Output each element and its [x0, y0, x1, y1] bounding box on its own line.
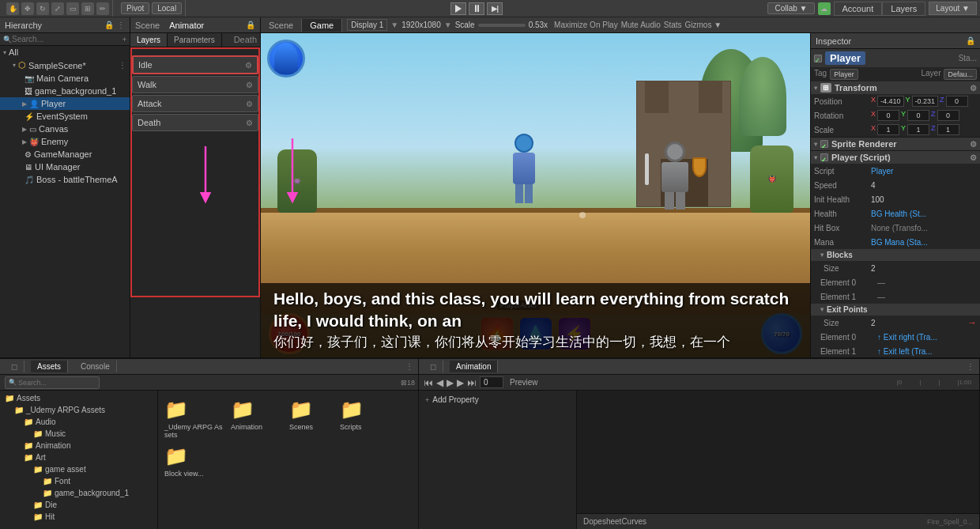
layout-button[interactable]: Layout ▼: [929, 2, 977, 15]
edit-icon[interactable]: ✏: [96, 2, 109, 15]
mute-audio[interactable]: Mute Audio: [621, 21, 661, 29]
death-gear[interactable]: ⚙: [246, 119, 253, 127]
folder-audio[interactable]: 📁 Audio: [2, 416, 156, 428]
player-script-header[interactable]: ▾ Player (Script) ⚙: [811, 151, 980, 164]
hier-eventsystem[interactable]: ⚡ EventSystem: [0, 110, 130, 123]
assets-tab[interactable]: Assets: [31, 361, 68, 372]
scale-slider[interactable]: [478, 24, 526, 27]
inspector-lock[interactable]: 🔒: [966, 36, 975, 45]
pivot-button[interactable]: Pivot: [121, 2, 149, 14]
game-view-tab[interactable]: Game: [302, 19, 342, 32]
sprite-renderer-checkbox[interactable]: [820, 140, 828, 148]
cloud-icon[interactable]: ☁: [818, 2, 831, 15]
layers-button[interactable]: Layers: [882, 2, 925, 16]
hier-canvas[interactable]: ▶ ▭ Canvas: [0, 123, 130, 135]
file-scenes[interactable]: 📁 Scenes: [289, 397, 337, 440]
hier-enemy[interactable]: ▶ 👹 Enemy: [0, 135, 130, 148]
folder-font[interactable]: 📁 Font: [2, 475, 156, 487]
console-tab[interactable]: Console: [74, 361, 117, 372]
scene-tab[interactable]: Scene: [135, 21, 160, 30]
animator-death-tab[interactable]: Death: [231, 33, 260, 47]
curves-btn[interactable]: Curves: [621, 517, 646, 526]
sc-y[interactable]: 1: [907, 124, 929, 135]
hierarchy-all[interactable]: ▾ All: [0, 46, 130, 59]
step-button[interactable]: ▶|: [487, 2, 503, 15]
anim-next-frame[interactable]: ▶: [457, 377, 464, 388]
anim-settings[interactable]: ⋮: [967, 362, 974, 371]
folder-game-asset[interactable]: 📁 game asset: [2, 463, 156, 475]
init-health-value[interactable]: 100: [871, 195, 977, 204]
hier-main-camera[interactable]: 📷 Main Camera: [0, 72, 130, 85]
animator-tab[interactable]: Animator: [169, 21, 204, 30]
add-property-btn[interactable]: Add Property: [432, 395, 478, 404]
asset-search-input[interactable]: [18, 379, 107, 387]
anim-panel-icon[interactable]: ◻: [424, 361, 443, 372]
blocks-header[interactable]: ▾ Blocks: [811, 249, 980, 261]
anim-play[interactable]: ▶: [447, 377, 454, 388]
sprite-renderer-header[interactable]: ▾ Sprite Renderer ⚙: [811, 138, 980, 150]
display-dropdown[interactable]: Display 1: [347, 19, 387, 31]
hierarchy-search[interactable]: [12, 35, 122, 43]
anim-frame-num[interactable]: 0: [480, 376, 503, 388]
file-animation[interactable]: 📁 Animation: [231, 397, 286, 440]
blocks-size-value[interactable]: 2: [871, 264, 977, 273]
folder-udemy[interactable]: 📁 _Udemy ARPG Assets: [2, 404, 156, 416]
anim-state-idle[interactable]: Idle ⚙: [132, 55, 258, 74]
animator-lock[interactable]: 🔒: [246, 21, 255, 29]
rot-y[interactable]: 0: [907, 110, 929, 121]
layers-tab[interactable]: Layers: [130, 33, 168, 47]
pos-y[interactable]: -0.231: [912, 96, 939, 107]
anim-prev-frame[interactable]: ◀: [436, 377, 443, 388]
animation-tab[interactable]: Animation: [450, 361, 498, 372]
gizmos-btn[interactable]: Gizmos ▼: [685, 21, 722, 29]
player-script-settings[interactable]: ⚙: [970, 153, 977, 162]
hand-icon[interactable]: ✋: [6, 2, 19, 15]
account-button[interactable]: Account: [834, 2, 883, 16]
anim-state-death[interactable]: Death ⚙: [132, 114, 258, 131]
local-button[interactable]: Local: [152, 2, 182, 14]
parameters-tab[interactable]: Parameters: [168, 33, 222, 47]
scene-menu[interactable]: ⋮: [119, 61, 126, 70]
exit-points-header[interactable]: ▾ Exit Points: [811, 304, 980, 316]
folder-assets-root[interactable]: 📁 Assets: [2, 392, 156, 404]
maximize-on-play[interactable]: Maximize On Play: [554, 21, 618, 29]
pos-z[interactable]: 0: [946, 96, 968, 107]
hierarchy-lock[interactable]: 🔒: [104, 21, 114, 29]
folder-hit[interactable]: 📁 Hit: [2, 511, 156, 523]
dopesheet-btn[interactable]: Dopesheet: [583, 517, 621, 526]
hierarchy-add[interactable]: +: [122, 36, 126, 43]
stats-btn[interactable]: Stats: [664, 21, 682, 29]
anim-next-keyframe[interactable]: ⏭: [467, 377, 477, 388]
hierarchy-menu[interactable]: ⋮: [117, 21, 125, 29]
folder-music[interactable]: 📁 Music: [2, 428, 156, 440]
folder-die[interactable]: 📁 Die: [2, 499, 156, 511]
speed-value[interactable]: 4: [871, 181, 977, 190]
folder-animation[interactable]: 📁 Animation: [2, 440, 156, 452]
attack-gear[interactable]: ⚙: [246, 100, 253, 108]
rot-x[interactable]: 0: [877, 110, 899, 121]
transform-settings[interactable]: ⚙: [970, 84, 977, 93]
tag-dropdown[interactable]: Player: [830, 69, 858, 80]
pause-button[interactable]: ⏸: [469, 2, 484, 15]
file-scripts[interactable]: 📁 Scripts: [340, 397, 387, 440]
pos-x[interactable]: -4.410: [877, 96, 904, 107]
anim-prev-keyframe[interactable]: ⏮: [424, 377, 433, 388]
collab-button[interactable]: Collab ▼: [767, 2, 814, 14]
hier-gamemanager[interactable]: ⚙ GameManager: [0, 148, 130, 161]
walk-gear[interactable]: ⚙: [246, 81, 253, 89]
transform-header[interactable]: ▾ ⊞ Transform ⚙: [811, 81, 980, 94]
sc-x[interactable]: 1: [877, 124, 899, 135]
scene-view-tab[interactable]: Scene: [261, 19, 302, 32]
rot-z[interactable]: 0: [937, 110, 959, 121]
anim-state-attack[interactable]: Attack ⚙: [132, 95, 258, 112]
scale-icon[interactable]: ⤢: [51, 2, 64, 15]
file-udemy[interactable]: 📁 _Udemy ARPG Assets: [164, 397, 228, 440]
idle-gear[interactable]: ⚙: [245, 61, 252, 70]
file-blockview[interactable]: 📁 Block view...: [164, 444, 220, 479]
transform-icon[interactable]: ⊞: [81, 2, 94, 15]
hierarchy-scene[interactable]: ▾ ⬡ SampleScene* ⋮: [0, 59, 130, 72]
hier-boss[interactable]: 🎵 Boss - battleThemeA: [0, 173, 130, 186]
sprite-renderer-settings[interactable]: ⚙: [970, 140, 977, 149]
sc-z[interactable]: 1: [937, 124, 959, 135]
rotate-icon[interactable]: ↻: [36, 2, 49, 15]
